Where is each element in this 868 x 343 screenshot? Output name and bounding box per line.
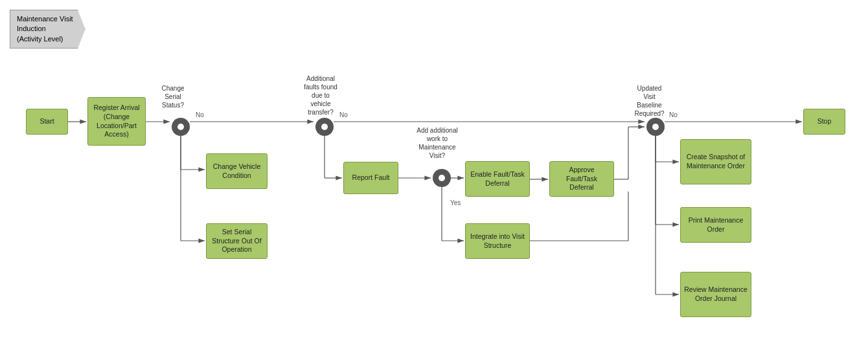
print-maintenance-order-box: Print Maintenance Order bbox=[680, 207, 751, 243]
diamond-add-additional-work bbox=[433, 169, 451, 187]
diamond-additional-faults bbox=[315, 118, 334, 136]
enable-fault-task-deferral-box: Enable Fault/Task Deferral bbox=[465, 161, 530, 197]
change-vehicle-condition-box: Change Vehicle Condition bbox=[206, 153, 268, 189]
set-serial-structure-box: Set Serial Structure Out Of Operation bbox=[206, 223, 268, 259]
register-arrival-box: Register Arrival (Change Location/Part A… bbox=[87, 97, 146, 146]
diamond-change-serial-status bbox=[172, 118, 190, 136]
integrate-visit-structure-box: Integrate into Visit Structure bbox=[465, 223, 530, 259]
start-box: Start bbox=[26, 109, 68, 135]
arrow-label-d3-yes: Yes bbox=[450, 199, 461, 206]
diagram-container: Maintenance VisitInduction(Activity Leve… bbox=[0, 0, 868, 343]
diamond-label-add-work: Add additionalwork toMaintenanceVisit? bbox=[408, 126, 466, 160]
diamond-updated-visit-baseline bbox=[646, 118, 665, 136]
diamond-label-additional-faults: Additionalfaults founddue tovehicletrans… bbox=[291, 74, 350, 116]
arrow-label-d2-no: No bbox=[339, 111, 348, 118]
review-maintenance-order-journal-box: Review Maintenance Order Journal bbox=[680, 272, 751, 317]
report-fault-box: Report Fault bbox=[343, 162, 398, 194]
diamond-label-change-serial: ChangeSerialStatus? bbox=[150, 84, 196, 109]
stop-box: Stop bbox=[803, 109, 845, 135]
arrow-label-d1-no: No bbox=[196, 111, 204, 118]
header-title: Maintenance VisitInduction(Activity Leve… bbox=[17, 15, 73, 43]
arrow-label-d4-no: No bbox=[669, 111, 678, 118]
create-snapshot-box: Create Snapshot of Maintenance Order bbox=[680, 139, 751, 184]
header-label: Maintenance VisitInduction(Activity Leve… bbox=[10, 10, 86, 49]
approve-fault-task-deferral-box: Approve Fault/Task Deferral bbox=[549, 161, 614, 197]
